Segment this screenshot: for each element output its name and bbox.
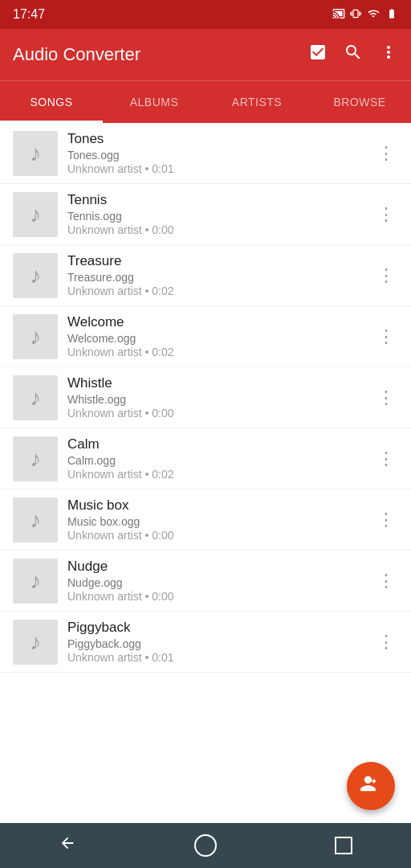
back-icon[interactable] [59, 834, 76, 857]
list-item[interactable]: ♪ Whistle Whistle.ogg Unknown artist • 0… [0, 367, 411, 428]
music-note-icon: ♪ [30, 507, 41, 533]
list-item[interactable]: ♪ Tones Tones.ogg Unknown artist • 0:01 … [0, 123, 411, 184]
song-filename: Nudge.ogg [67, 576, 364, 589]
song-info: Tones Tones.ogg Unknown artist • 0:01 [58, 131, 374, 175]
music-note-icon: ♪ [30, 263, 41, 289]
song-menu-button[interactable]: ⋮ [374, 503, 398, 537]
vibrate-icon [350, 7, 361, 23]
song-info: Music box Music box.ogg Unknown artist •… [58, 497, 374, 542]
app-title: Audio Converter [13, 44, 299, 65]
person-add-icon [360, 772, 382, 800]
song-info: Whistle Whistle.ogg Unknown artist • 0:0… [58, 375, 374, 420]
song-thumbnail: ♪ [13, 131, 58, 176]
song-thumbnail: ♪ [13, 314, 58, 359]
music-note-icon: ♪ [30, 141, 41, 166]
tab-artists[interactable]: ARTISTS [206, 81, 308, 123]
song-list: ♪ Tones Tones.ogg Unknown artist • 0:01 … [0, 123, 411, 824]
song-menu-button[interactable]: ⋮ [374, 137, 398, 170]
tab-browse[interactable]: BROWSE [308, 81, 411, 123]
song-menu-button[interactable]: ⋮ [374, 625, 398, 659]
song-title: Music box [67, 497, 364, 514]
status-icons [332, 7, 398, 23]
song-title: Calm [67, 436, 364, 452]
song-thumbnail: ♪ [13, 497, 58, 542]
song-info: Treasure Treasure.ogg Unknown artist • 0… [58, 253, 374, 297]
cast-icon [332, 7, 345, 23]
song-info: Calm Calm.ogg Unknown artist • 0:02 [58, 436, 374, 481]
song-meta: Unknown artist • 0:01 [67, 162, 364, 175]
song-info: Tennis Tennis.ogg Unknown artist • 0:00 [58, 192, 374, 236]
bottom-nav [0, 823, 411, 868]
song-filename: Welcome.ogg [67, 332, 364, 345]
song-info: Nudge Nudge.ogg Unknown artist • 0:00 [58, 559, 374, 603]
music-note-icon: ♪ [30, 446, 41, 472]
select-icon[interactable] [308, 43, 328, 67]
app-header: Audio Converter [0, 29, 411, 80]
song-filename: Treasure.ogg [67, 271, 364, 284]
song-title: Treasure [67, 253, 364, 269]
song-menu-button[interactable]: ⋮ [374, 198, 398, 231]
list-item[interactable]: ♪ Nudge Nudge.ogg Unknown artist • 0:00 … [0, 551, 411, 612]
song-title: Whistle [67, 375, 364, 391]
list-item[interactable]: ♪ Tennis Tennis.ogg Unknown artist • 0:0… [0, 184, 411, 245]
song-filename: Calm.ogg [67, 454, 364, 467]
song-meta: Unknown artist • 0:02 [67, 346, 364, 358]
song-title: Piggyback [67, 620, 364, 636]
fab-button[interactable] [347, 762, 395, 810]
music-note-icon: ♪ [30, 385, 41, 411]
song-menu-button[interactable]: ⋮ [374, 259, 398, 293]
tabs-bar: SONGS ALBUMS ARTISTS BROWSE [0, 80, 411, 123]
list-item[interactable]: ♪ Treasure Treasure.ogg Unknown artist •… [0, 245, 411, 306]
song-filename: Whistle.ogg [67, 393, 364, 406]
song-info: Welcome Welcome.ogg Unknown artist • 0:0… [58, 314, 374, 358]
song-meta: Unknown artist • 0:01 [67, 651, 364, 664]
song-thumbnail: ♪ [13, 253, 58, 298]
song-meta: Unknown artist • 0:00 [67, 407, 364, 420]
song-meta: Unknown artist • 0:00 [67, 590, 364, 603]
list-item[interactable]: ♪ Piggyback Piggyback.ogg Unknown artist… [0, 612, 411, 673]
song-thumbnail: ♪ [13, 192, 58, 237]
song-filename: Tennis.ogg [67, 210, 364, 223]
song-meta: Unknown artist • 0:00 [67, 223, 364, 236]
wifi-icon [366, 8, 380, 22]
song-meta: Unknown artist • 0:02 [67, 285, 364, 297]
recents-icon[interactable] [335, 837, 352, 854]
song-menu-button[interactable]: ⋮ [374, 320, 398, 354]
song-meta: Unknown artist • 0:02 [67, 468, 364, 481]
music-note-icon: ♪ [30, 629, 41, 655]
home-icon[interactable] [194, 834, 217, 857]
song-info: Piggyback Piggyback.ogg Unknown artist •… [58, 620, 374, 664]
song-menu-button[interactable]: ⋮ [374, 564, 398, 598]
song-title: Tones [67, 131, 364, 147]
list-item[interactable]: ♪ Welcome Welcome.ogg Unknown artist • 0… [0, 306, 411, 367]
tab-albums[interactable]: ALBUMS [103, 81, 206, 123]
song-menu-button[interactable]: ⋮ [374, 381, 398, 415]
song-filename: Piggyback.ogg [67, 637, 364, 650]
song-thumbnail: ♪ [13, 436, 58, 481]
header-actions [308, 43, 398, 67]
music-note-icon: ♪ [30, 568, 41, 594]
song-filename: Tones.ogg [67, 149, 364, 162]
song-title: Welcome [67, 314, 364, 330]
music-note-icon: ♪ [30, 202, 41, 227]
song-thumbnail: ♪ [13, 620, 58, 665]
song-title: Nudge [67, 559, 364, 575]
more-icon[interactable] [379, 43, 398, 67]
song-menu-button[interactable]: ⋮ [374, 442, 398, 476]
song-meta: Unknown artist • 0:00 [67, 529, 364, 542]
music-note-icon: ♪ [30, 324, 41, 350]
song-title: Tennis [67, 192, 364, 208]
list-item[interactable]: ♪ Music box Music box.ogg Unknown artist… [0, 489, 411, 551]
search-icon[interactable] [344, 43, 363, 67]
song-thumbnail: ♪ [13, 559, 58, 604]
list-item[interactable]: ♪ Calm Calm.ogg Unknown artist • 0:02 ⋮ [0, 428, 411, 489]
song-thumbnail: ♪ [13, 375, 58, 420]
tab-songs[interactable]: SONGS [0, 81, 103, 123]
status-time: 17:47 [13, 7, 45, 22]
status-bar: 17:47 [0, 0, 411, 29]
song-filename: Music box.ogg [67, 515, 364, 528]
battery-icon [385, 8, 398, 22]
